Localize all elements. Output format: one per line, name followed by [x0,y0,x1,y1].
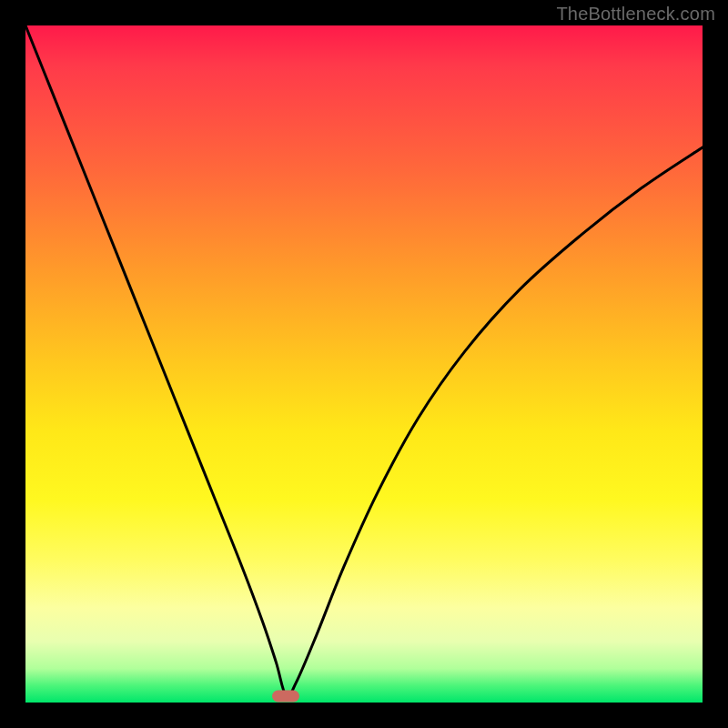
curve-layer [25,25,703,703]
bottleneck-curve [25,25,703,697]
minimum-marker [272,690,299,702]
watermark-text: TheBottleneck.com [556,4,715,25]
chart-frame: TheBottleneck.com [0,0,728,728]
plot-area [25,25,703,703]
